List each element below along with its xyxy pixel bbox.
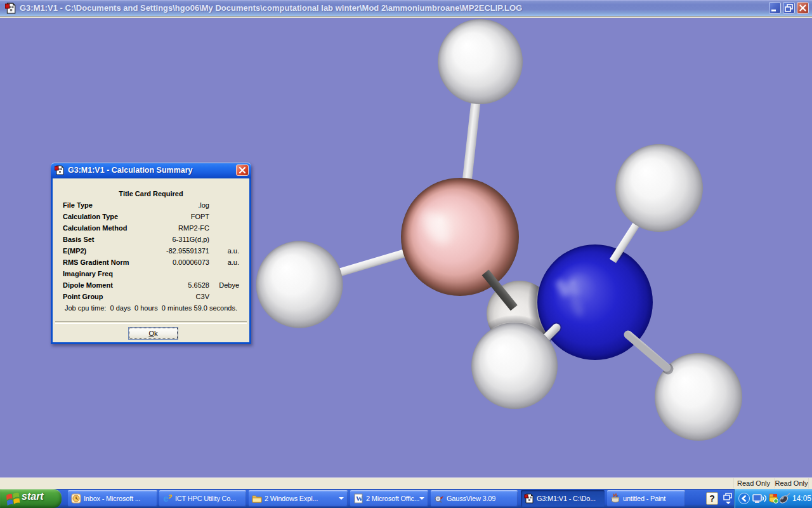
svg-text:e: e xyxy=(164,493,169,504)
svg-text:W: W xyxy=(356,495,363,502)
